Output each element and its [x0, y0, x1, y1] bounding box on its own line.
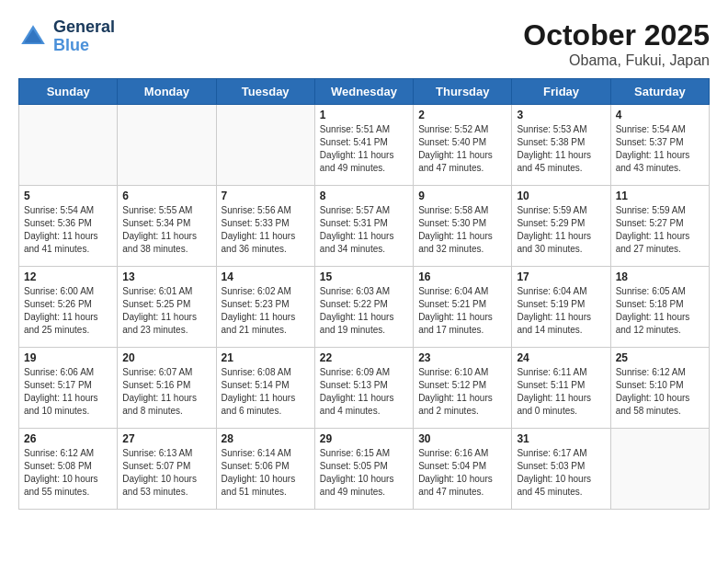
- day-cell: 5Sunrise: 5:54 AM Sunset: 5:36 PM Daylig…: [19, 186, 118, 267]
- day-cell: 3Sunrise: 5:53 AM Sunset: 5:38 PM Daylig…: [512, 105, 610, 186]
- day-cell: 20Sunrise: 6:07 AM Sunset: 5:16 PM Dayli…: [118, 348, 216, 429]
- day-info: Sunrise: 5:55 AM Sunset: 5:34 PM Dayligh…: [122, 204, 210, 256]
- day-number: 26: [24, 432, 112, 445]
- day-cell: 6Sunrise: 5:55 AM Sunset: 5:34 PM Daylig…: [118, 186, 216, 267]
- day-number: 8: [320, 190, 408, 202]
- day-info: Sunrise: 6:12 AM Sunset: 5:08 PM Dayligh…: [24, 447, 112, 499]
- day-number: 30: [418, 432, 506, 445]
- day-cell: 1Sunrise: 5:51 AM Sunset: 5:41 PM Daylig…: [314, 105, 413, 186]
- day-info: Sunrise: 6:10 AM Sunset: 5:12 PM Dayligh…: [418, 366, 506, 418]
- day-cell: 26Sunrise: 6:12 AM Sunset: 5:08 PM Dayli…: [19, 429, 118, 510]
- day-info: Sunrise: 5:52 AM Sunset: 5:40 PM Dayligh…: [418, 123, 506, 175]
- day-number: 12: [24, 270, 112, 283]
- day-cell: 15Sunrise: 6:03 AM Sunset: 5:22 PM Dayli…: [314, 267, 413, 348]
- day-info: Sunrise: 5:54 AM Sunset: 5:37 PM Dayligh…: [616, 123, 704, 175]
- day-cell: 30Sunrise: 6:16 AM Sunset: 5:04 PM Dayli…: [414, 429, 512, 510]
- day-info: Sunrise: 5:57 AM Sunset: 5:31 PM Dayligh…: [320, 204, 408, 256]
- day-header-friday: Friday: [512, 79, 610, 105]
- day-number: 25: [616, 351, 704, 364]
- day-cell: [19, 105, 118, 186]
- day-cell: 28Sunrise: 6:14 AM Sunset: 5:06 PM Dayli…: [216, 429, 314, 510]
- day-number: 5: [24, 190, 112, 202]
- day-info: Sunrise: 6:03 AM Sunset: 5:22 PM Dayligh…: [320, 285, 408, 337]
- day-number: 24: [517, 351, 605, 364]
- day-cell: 31Sunrise: 6:17 AM Sunset: 5:03 PM Dayli…: [512, 429, 610, 510]
- day-cell: 4Sunrise: 5:54 AM Sunset: 5:37 PM Daylig…: [610, 105, 709, 186]
- day-info: Sunrise: 6:15 AM Sunset: 5:05 PM Dayligh…: [320, 447, 408, 499]
- day-header-monday: Monday: [118, 79, 216, 105]
- logo-icon: [18, 22, 48, 52]
- day-number: 18: [616, 270, 704, 283]
- day-number: 31: [517, 432, 605, 445]
- day-number: 9: [418, 190, 506, 202]
- day-number: 2: [418, 109, 506, 121]
- day-cell: 12Sunrise: 6:00 AM Sunset: 5:26 PM Dayli…: [19, 267, 118, 348]
- day-number: 22: [320, 351, 408, 364]
- day-info: Sunrise: 5:51 AM Sunset: 5:41 PM Dayligh…: [320, 123, 408, 175]
- day-cell: 24Sunrise: 6:11 AM Sunset: 5:11 PM Dayli…: [512, 348, 610, 429]
- calendar-title: October 2025: [523, 18, 710, 52]
- calendar-subtitle: Obama, Fukui, Japan: [523, 52, 710, 69]
- day-info: Sunrise: 6:02 AM Sunset: 5:23 PM Dayligh…: [222, 285, 310, 337]
- day-cell: 11Sunrise: 5:59 AM Sunset: 5:27 PM Dayli…: [610, 186, 709, 267]
- day-cell: 23Sunrise: 6:10 AM Sunset: 5:12 PM Dayli…: [414, 348, 512, 429]
- day-number: 13: [122, 270, 210, 283]
- day-info: Sunrise: 5:59 AM Sunset: 5:29 PM Dayligh…: [517, 204, 605, 256]
- day-info: Sunrise: 6:13 AM Sunset: 5:07 PM Dayligh…: [122, 447, 210, 499]
- day-info: Sunrise: 5:54 AM Sunset: 5:36 PM Dayligh…: [24, 204, 112, 256]
- day-cell: 17Sunrise: 6:04 AM Sunset: 5:19 PM Dayli…: [512, 267, 610, 348]
- page-header: General Blue October 2025 Obama, Fukui, …: [18, 18, 710, 69]
- day-number: 29: [320, 432, 408, 445]
- day-number: 27: [122, 432, 210, 445]
- logo-text: General Blue: [53, 18, 115, 55]
- day-cell: 13Sunrise: 6:01 AM Sunset: 5:25 PM Dayli…: [118, 267, 216, 348]
- day-number: 17: [517, 270, 605, 283]
- day-header-saturday: Saturday: [610, 79, 709, 105]
- logo: General Blue: [18, 18, 115, 55]
- week-row-5: 26Sunrise: 6:12 AM Sunset: 5:08 PM Dayli…: [19, 429, 710, 510]
- day-cell: 21Sunrise: 6:08 AM Sunset: 5:14 PM Dayli…: [216, 348, 314, 429]
- day-number: 19: [24, 351, 112, 364]
- day-info: Sunrise: 5:53 AM Sunset: 5:38 PM Dayligh…: [517, 123, 605, 175]
- day-number: 3: [517, 109, 605, 121]
- day-info: Sunrise: 6:09 AM Sunset: 5:13 PM Dayligh…: [320, 366, 408, 418]
- calendar-header: SundayMondayTuesdayWednesdayThursdayFrid…: [19, 79, 710, 105]
- day-info: Sunrise: 6:07 AM Sunset: 5:16 PM Dayligh…: [122, 366, 210, 418]
- day-number: 23: [418, 351, 506, 364]
- day-info: Sunrise: 6:11 AM Sunset: 5:11 PM Dayligh…: [517, 366, 605, 418]
- day-info: Sunrise: 6:00 AM Sunset: 5:26 PM Dayligh…: [24, 285, 112, 337]
- day-number: 1: [320, 109, 408, 121]
- day-number: 10: [517, 190, 605, 202]
- day-header-tuesday: Tuesday: [216, 79, 314, 105]
- day-info: Sunrise: 6:17 AM Sunset: 5:03 PM Dayligh…: [517, 447, 605, 499]
- day-number: 4: [616, 109, 704, 121]
- day-number: 6: [122, 190, 210, 202]
- week-row-1: 1Sunrise: 5:51 AM Sunset: 5:41 PM Daylig…: [19, 105, 710, 186]
- day-info: Sunrise: 6:01 AM Sunset: 5:25 PM Dayligh…: [122, 285, 210, 337]
- day-info: Sunrise: 6:06 AM Sunset: 5:17 PM Dayligh…: [24, 366, 112, 418]
- day-cell: 25Sunrise: 6:12 AM Sunset: 5:10 PM Dayli…: [610, 348, 709, 429]
- day-number: 15: [320, 270, 408, 283]
- day-cell: [216, 105, 314, 186]
- day-number: 16: [418, 270, 506, 283]
- day-cell: 29Sunrise: 6:15 AM Sunset: 5:05 PM Dayli…: [314, 429, 413, 510]
- day-info: Sunrise: 6:08 AM Sunset: 5:14 PM Dayligh…: [222, 366, 310, 418]
- day-header-sunday: Sunday: [19, 79, 118, 105]
- day-number: 14: [222, 270, 310, 283]
- week-row-3: 12Sunrise: 6:00 AM Sunset: 5:26 PM Dayli…: [19, 267, 710, 348]
- title-block: October 2025 Obama, Fukui, Japan: [523, 18, 710, 69]
- calendar-body: 1Sunrise: 5:51 AM Sunset: 5:41 PM Daylig…: [19, 105, 710, 510]
- day-cell: 16Sunrise: 6:04 AM Sunset: 5:21 PM Dayli…: [414, 267, 512, 348]
- day-info: Sunrise: 6:16 AM Sunset: 5:04 PM Dayligh…: [418, 447, 506, 499]
- day-cell: 14Sunrise: 6:02 AM Sunset: 5:23 PM Dayli…: [216, 267, 314, 348]
- day-header-thursday: Thursday: [414, 79, 512, 105]
- day-cell: 8Sunrise: 5:57 AM Sunset: 5:31 PM Daylig…: [314, 186, 413, 267]
- day-number: 21: [222, 351, 310, 364]
- day-cell: [118, 105, 216, 186]
- day-cell: 2Sunrise: 5:52 AM Sunset: 5:40 PM Daylig…: [414, 105, 512, 186]
- day-info: Sunrise: 5:59 AM Sunset: 5:27 PM Dayligh…: [616, 204, 704, 256]
- day-number: 11: [616, 190, 704, 202]
- day-info: Sunrise: 5:58 AM Sunset: 5:30 PM Dayligh…: [418, 204, 506, 256]
- days-row: SundayMondayTuesdayWednesdayThursdayFrid…: [19, 79, 710, 105]
- day-header-wednesday: Wednesday: [314, 79, 413, 105]
